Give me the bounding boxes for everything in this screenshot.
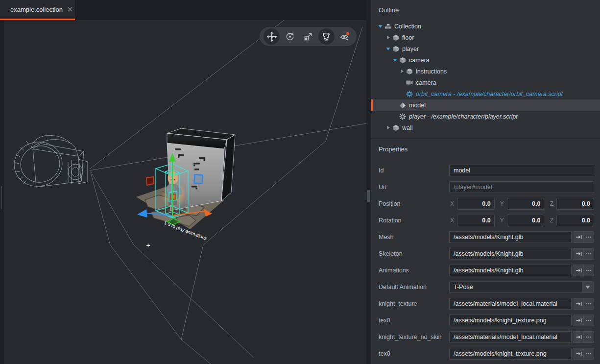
editor-window: example.collection: [0, 0, 600, 364]
outline-item-collection[interactable]: Collection: [371, 21, 600, 32]
notification-dot: [346, 32, 349, 35]
prop-row-skeleton: Skeleton: [379, 245, 594, 262]
outline-item-wall[interactable]: wall: [371, 122, 600, 133]
prop-row-knight-texture-no-skin: knight_texture_no_skin: [379, 329, 594, 345]
url-input: [449, 181, 594, 193]
position-z-input[interactable]: [556, 198, 594, 210]
perspective-camera-tool-button[interactable]: [318, 28, 335, 45]
rotation-x-input[interactable]: [457, 215, 495, 226]
knight-texture-input[interactable]: [449, 298, 572, 310]
chevron-down-icon[interactable]: [582, 282, 594, 292]
rotation-y-input[interactable]: [507, 215, 545, 226]
properties-title: Properties: [371, 139, 600, 156]
tex0-2-input[interactable]: [449, 348, 572, 360]
outline-title: Outline: [371, 0, 600, 17]
left-panel-splitter[interactable]: [0, 20, 4, 364]
scene-viewport[interactable]: 1-5 to play animations: [4, 20, 366, 364]
tex0-input[interactable]: [449, 315, 572, 326]
scene-canvas: 1-5 to play animations: [4, 20, 366, 364]
browse-resource-button[interactable]: [583, 265, 594, 276]
open-resource-button[interactable]: [573, 265, 583, 276]
camera-icon: [405, 80, 414, 85]
id-input[interactable]: [449, 165, 594, 176]
cube-icon: [391, 46, 400, 52]
camera-wireframe-model: [10, 135, 88, 191]
blue-sign-sprite: [194, 175, 203, 184]
outline-item-orbit-camera-script[interactable]: orbit_camera - /example/character/orbit_…: [371, 88, 600, 99]
position-y-input[interactable]: [507, 198, 545, 210]
prop-row-mesh: Mesh: [379, 229, 594, 245]
outline-item-model[interactable]: model: [371, 99, 600, 111]
open-resource-button[interactable]: [573, 348, 583, 360]
position-x-input[interactable]: [457, 198, 495, 210]
outline-tree: Collection floor playe: [371, 21, 600, 133]
tab-label: example.collection: [10, 6, 63, 13]
prop-row-id: Id: [379, 162, 594, 179]
outline-item-camera[interactable]: camera: [371, 54, 600, 66]
chevron-right-icon[interactable]: [398, 69, 405, 74]
gear-icon: [405, 91, 414, 97]
visibility-filters-button[interactable]: [336, 28, 353, 45]
move-arrows-icon: [266, 31, 277, 42]
z-axis-arrowhead: [137, 209, 147, 218]
outline-item-instructions[interactable]: instructions: [371, 66, 600, 77]
cube-icon: [398, 57, 407, 64]
browse-resource-button[interactable]: [583, 331, 594, 343]
chevron-right-icon[interactable]: [384, 125, 391, 130]
knight-texture-no-skin-input[interactable]: [449, 331, 572, 343]
open-resource-button[interactable]: [573, 248, 583, 260]
cube-icon: [391, 34, 400, 41]
prop-row-rotation: Rotation X Y Z: [379, 212, 594, 229]
rotate-tool-button[interactable]: [282, 28, 298, 45]
prop-row-default-animation: Default Animation T-Pose: [379, 279, 594, 295]
prop-row-url: Url: [379, 179, 594, 195]
prop-row-tex0-2: tex0: [379, 345, 594, 362]
panel-splitter[interactable]: [366, 0, 371, 364]
tab-bar: example.collection: [0, 0, 366, 20]
browse-resource-button[interactable]: [583, 315, 594, 326]
tab-example-collection[interactable]: example.collection: [0, 0, 75, 20]
prop-row-position: Position X Y Z: [379, 195, 594, 212]
default-animation-dropdown[interactable]: T-Pose: [449, 281, 594, 293]
properties-panel: Id Url Position X Y Z: [371, 156, 600, 362]
chevron-down-icon[interactable]: [377, 24, 384, 29]
right-panel: Outline Collection: [371, 0, 600, 364]
prop-row-knight-texture: knight_texture: [379, 295, 594, 312]
cube-icon: [405, 68, 414, 75]
skeleton-input[interactable]: [449, 248, 572, 260]
browse-resource-button[interactable]: [583, 298, 594, 310]
scale-tool-button[interactable]: [300, 28, 316, 45]
prop-row-animations: Animations: [379, 262, 594, 279]
chevron-right-icon[interactable]: [384, 35, 391, 40]
outline-item-camera-component[interactable]: camera: [371, 77, 600, 88]
viewport-toolbar: [260, 27, 357, 46]
open-resource-button[interactable]: [573, 231, 583, 243]
browse-resource-button[interactable]: [583, 248, 594, 260]
rotation-z-input[interactable]: [556, 215, 594, 226]
outline-item-player-script[interactable]: player - /example/character/player.scrip…: [371, 111, 600, 122]
red-sign-sprite: [146, 177, 154, 185]
eye-icon: [339, 31, 350, 42]
gear-icon: [398, 113, 407, 120]
chevron-down-icon[interactable]: [391, 57, 398, 63]
cube-icon: [391, 124, 400, 131]
outline-item-floor[interactable]: floor: [371, 32, 600, 43]
prop-row-tex0: tex0: [379, 312, 594, 329]
outline-item-player[interactable]: player: [371, 43, 600, 54]
collection-bricks-icon: [384, 24, 392, 29]
open-resource-button[interactable]: [573, 315, 583, 326]
chevron-down-icon[interactable]: [384, 46, 391, 51]
model-diamond-icon: [398, 102, 407, 109]
mesh-input[interactable]: [449, 231, 572, 243]
animations-input[interactable]: [449, 265, 572, 276]
scale-square-icon: [303, 32, 313, 42]
browse-resource-button[interactable]: [583, 231, 594, 243]
frustum-icon: [321, 32, 331, 42]
open-resource-button[interactable]: [573, 298, 583, 310]
tab-close-icon[interactable]: [68, 7, 72, 12]
open-resource-button[interactable]: [573, 331, 583, 343]
move-tool-button[interactable]: [264, 28, 280, 45]
browse-resource-button[interactable]: [583, 348, 594, 360]
rotate-circle-icon: [285, 32, 295, 42]
cursor-crosshair: [146, 244, 150, 247]
